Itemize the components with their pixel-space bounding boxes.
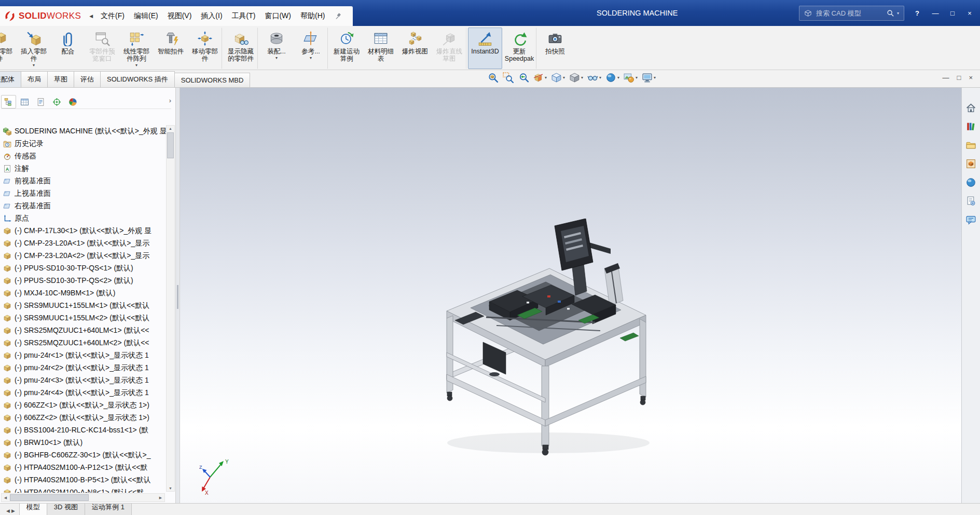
taskpane-appearances-button[interactable] (964, 176, 978, 189)
tree-item[interactable]: (-) HTPA40S2M100-B-P5<1> (默认<<默认 (0, 474, 166, 486)
previous-view-button[interactable] (518, 72, 529, 83)
search-caret-icon[interactable]: ▾ (897, 11, 899, 16)
doc-close-button[interactable]: × (969, 74, 973, 82)
tree-item[interactable]: (-) PPUS-SD10-30-TP-QS<1> (默认) (0, 262, 166, 275)
minimize-button[interactable]: — (930, 9, 941, 17)
tree-item[interactable]: 历史记录 (0, 138, 166, 150)
document-tab[interactable]: 3D 视图 (47, 503, 85, 515)
tree-item[interactable]: (-) pmu-24r<3> (默认<<默认>_显示状态 1 (0, 374, 166, 387)
tree-item[interactable]: (-) CM-P-23-L20A<1> (默认<<默认>_显示 (0, 237, 166, 250)
menu-item[interactable]: 窗口(W) (260, 9, 296, 23)
tree-item[interactable]: (-) CM-P-23-L20A<2> (默认<<默认>_显示 (0, 250, 166, 262)
search-icon[interactable] (887, 9, 894, 17)
ribbon-mate-button[interactable]: 配合 (51, 28, 85, 69)
close-button[interactable]: × (964, 9, 975, 17)
zoom-fit-button[interactable] (488, 72, 499, 83)
scrollbar-thumb[interactable] (10, 494, 89, 501)
hide-show-items-button[interactable]: ▾ (587, 72, 601, 83)
tree-horizontal-scrollbar[interactable]: ◀ ▶ (1, 493, 165, 502)
tree-vertical-scrollbar[interactable]: ▲ ▼ (166, 125, 175, 492)
command-tab[interactable]: SOLIDWORKS MBD (174, 73, 251, 87)
featuremanager-tab[interactable] (1, 95, 16, 109)
tree-item[interactable]: (-) pmu-24r<4> (默认<<默认>_显示状态 1 (0, 387, 166, 399)
scroll-down-icon[interactable]: ▼ (167, 486, 174, 490)
menu-pin-icon[interactable] (335, 12, 342, 20)
scrollbar-thumb[interactable] (167, 132, 174, 158)
command-tab[interactable]: 评估 (74, 71, 101, 87)
tree-item[interactable]: (-) SRS25MQZUUC1+640LM<1> (默认<< (0, 324, 166, 337)
splitter-grip[interactable] (177, 285, 178, 309)
ribbon-reference-geometry-button[interactable]: 参考... ▾ (294, 28, 328, 69)
taskpane-custom-properties-button[interactable] (964, 195, 978, 208)
scroll-up-icon[interactable]: ▲ (167, 127, 174, 130)
tree-item[interactable]: (-) BSS1004-210-RLC-KC14-bss1<1> (默 (0, 424, 166, 437)
tree-item[interactable]: 上视基准面 (0, 187, 166, 200)
document-tab[interactable]: 运动算例 1 (85, 503, 132, 515)
menu-item[interactable]: 编辑(E) (129, 9, 163, 23)
tree-item[interactable]: (-) SRS25MQZUUC1+640LM<2> (默认<< (0, 337, 166, 349)
display-style-button[interactable]: ▾ (569, 72, 583, 83)
tree-item[interactable]: 前视基准面 (0, 175, 166, 187)
graphics-area[interactable]: Y X Z (180, 88, 961, 503)
apply-scene-button[interactable]: ▾ (624, 72, 638, 83)
menu-item[interactable]: 帮助(H) (296, 9, 329, 23)
ribbon-move-component-button[interactable]: 移动零部件 (188, 28, 222, 69)
menu-item[interactable]: 文件(F) (96, 9, 129, 23)
taskpane-home-button[interactable] (964, 101, 978, 114)
view-orientation-button[interactable]: ▾ (551, 72, 565, 83)
edit-appearance-button[interactable]: ▾ (605, 72, 619, 83)
taskpane-design-library-button[interactable] (964, 120, 978, 133)
scroll-left-icon[interactable]: ◀ (2, 496, 9, 500)
doc-restore-button[interactable]: □ (957, 74, 961, 82)
command-tab[interactable]: 布局 (21, 71, 48, 87)
reference-triad[interactable]: Y X Z (199, 456, 231, 496)
ribbon-edit-component-button[interactable]: 编辑零部件 (0, 28, 17, 69)
panel-splitter[interactable] (176, 88, 180, 503)
search-input[interactable] (815, 9, 884, 18)
command-tab[interactable]: 草图 (47, 71, 74, 87)
tree-item[interactable]: (-) SRS9MUUC1+155LM<2> (默认<<默认 (0, 312, 166, 324)
taskpane-solidworks-forum-button[interactable] (964, 213, 978, 226)
displaymanager-tab[interactable] (65, 95, 80, 109)
maximize-button[interactable]: □ (947, 9, 958, 17)
tree-item[interactable]: 传感器 (0, 150, 166, 162)
command-tab[interactable]: 装配体 (0, 71, 21, 87)
taskpane-view-palette-button[interactable] (964, 157, 978, 170)
ribbon-take-snapshot-button[interactable]: 拍快照 (538, 28, 572, 69)
panel-expand-icon[interactable]: › (166, 97, 174, 104)
taskpane-file-explorer-button[interactable] (964, 139, 978, 152)
view-settings-button[interactable]: ▾ (642, 72, 656, 83)
tree-item[interactable]: (-) MXJ4-10C-M9BM<1> (默认) (0, 287, 166, 300)
tree-item[interactable]: (-) pmu-24r<2> (默认<<默认>_显示状态 1 (0, 362, 166, 374)
tree-item[interactable]: (-) BGHFB-C606ZZ-30<1> (默认<<默认>_ (0, 449, 166, 462)
tree-item[interactable]: (-) PPUS-SD10-30-TP-QS<2> (默认) (0, 275, 166, 287)
ribbon-smart-fasteners-button[interactable]: 智能扣件 (154, 28, 188, 69)
configurationmanager-tab[interactable] (33, 95, 48, 109)
tree-item[interactable]: (-) 606ZZ<2> (默认<<默认>_显示状态 1>) (0, 412, 166, 424)
ribbon-linear-component-pattern-button[interactable]: 线性零部件阵列 ▾ (119, 28, 154, 69)
ribbon-show-hidden-components-button[interactable]: 显示隐藏的零部件 (224, 28, 258, 69)
tree-item[interactable]: (-) SRS9MUUC1+155LM<1> (默认<<默认 (0, 300, 166, 312)
tree-item[interactable]: (-) CM-P-17L30<1> (默认<<默认>_外观 显 (0, 225, 166, 237)
menu-item[interactable]: 插入(I) (196, 9, 227, 23)
command-tab[interactable]: SOLIDWORKS 插件 (100, 71, 175, 87)
tree-item[interactable]: 原点 (0, 212, 166, 225)
tab-scroll-left[interactable]: ◀ (6, 508, 10, 513)
tab-scroll-right[interactable]: ▶ (11, 508, 15, 513)
menu-item[interactable]: 工具(T) (227, 9, 260, 23)
propertymanager-tab[interactable] (17, 95, 32, 109)
tree-item[interactable]: (-) HTPA40S2M100-A-N8<1> (默认<<默 (0, 486, 166, 493)
tree-item[interactable]: 注解 (0, 162, 166, 175)
ribbon-explode-line-sketch-button[interactable]: 爆炸直线草图 (432, 28, 466, 69)
ribbon-insert-components-button[interactable]: 插入零部件 ▾ (17, 28, 51, 69)
menu-item[interactable]: 视图(V) (163, 9, 197, 23)
menu-collapse-icon[interactable]: ◀ (87, 13, 95, 19)
ribbon-bill-of-materials-button[interactable]: 材料明细表 (364, 28, 398, 69)
tree-item[interactable]: (-) 606ZZ<1> (默认<<默认>_显示状态 1>) (0, 399, 166, 412)
tree-item[interactable]: (-) HTPA40S2M100-A-P12<1> (默认<<默 (0, 462, 166, 474)
ribbon-exploded-view-button[interactable]: 爆炸视图 (398, 28, 432, 69)
ribbon-assembly-features-button[interactable]: 装配... ▾ (259, 28, 294, 69)
scroll-right-icon[interactable]: ▶ (157, 496, 164, 500)
section-view-button[interactable]: ▾ (533, 72, 547, 83)
ribbon-update-speedpak-button[interactable]: 更新 Speedpak (502, 28, 536, 69)
